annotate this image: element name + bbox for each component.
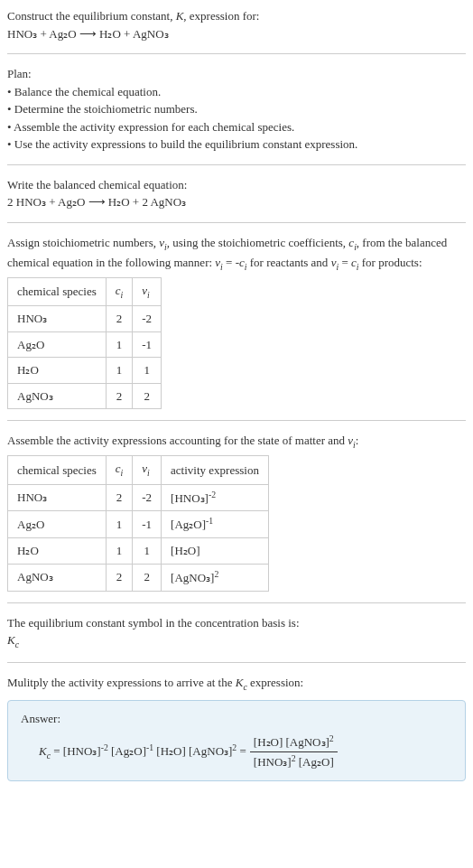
activity-table: chemical species ci νi activity expressi…	[7, 455, 269, 591]
table-row: AgNO₃ 2 2	[8, 383, 162, 409]
cell-ci: 2	[106, 484, 133, 511]
divider	[7, 662, 466, 663]
table-row: HNO₃ 2 -2	[8, 306, 162, 332]
construct-title: Construct the equilibrium constant, K, e…	[7, 7, 466, 25]
table-row: H₂O 1 1	[8, 358, 162, 384]
balanced-title: Write the balanced chemical equation:	[7, 176, 466, 194]
cell-vi: 1	[133, 358, 162, 384]
plan-bullet: • Balance the chemical equation.	[7, 83, 466, 101]
cell-vi: -1	[133, 331, 162, 358]
expr-base: [AgNO₃]	[171, 571, 214, 584]
col-activity: activity expression	[162, 456, 269, 484]
cell-vi: -2	[133, 484, 162, 511]
basis-symbol: Kc	[7, 631, 466, 651]
table-header-row: chemical species ci νi	[8, 277, 162, 305]
answer-fraction: [H₂O] [AgNO₃]2 [HNO₃]2 [Ag₂O]	[250, 733, 338, 771]
cell-vi: 2	[133, 383, 162, 409]
col-species: chemical species	[8, 456, 107, 484]
cell-vi: 1	[133, 538, 162, 565]
cell-species: AgNO₃	[8, 383, 107, 409]
divider	[7, 164, 466, 165]
plan-bullet: • Assemble the activity expression for e…	[7, 118, 466, 136]
activity-section: Assemble the activity expressions accoun…	[7, 432, 466, 591]
cell-species: Ag₂O	[8, 331, 107, 358]
header-section: Construct the equilibrium constant, K, e…	[7, 7, 466, 42]
answer-box: Answer: Kc = [HNO₃]-2 [Ag₂O]-1 [H₂O] [Ag…	[7, 700, 466, 781]
plan-bullet: • Use the activity expressions to build …	[7, 135, 466, 154]
cell-species: H₂O	[8, 358, 107, 384]
fraction-denominator: [HNO₃]2 [Ag₂O]	[250, 752, 338, 771]
col-species: chemical species	[8, 277, 107, 305]
divider	[7, 420, 466, 421]
cell-expr: [HNO₃]-2	[162, 484, 269, 511]
table-row: AgNO₃ 2 2 [AgNO₃]2	[8, 564, 269, 591]
expr-base: [HNO₃]	[171, 491, 209, 505]
table-row: Ag₂O 1 -1 [Ag₂O]-1	[8, 511, 269, 538]
plan-section: Plan: • Balance the chemical equation. •…	[7, 65, 466, 154]
cell-ci: 2	[106, 306, 133, 332]
cell-ci: 2	[106, 564, 133, 591]
stoich-table: chemical species ci νi HNO₃ 2 -2 Ag₂O 1 …	[7, 277, 162, 409]
table-header-row: chemical species ci νi activity expressi…	[8, 456, 269, 484]
col-ci: ci	[106, 456, 133, 484]
stoich-intro: Assign stoichiometric numbers, νi, using…	[7, 234, 466, 274]
divider	[7, 222, 466, 223]
cell-ci: 1	[106, 538, 133, 565]
cell-expr: [Ag₂O]-1	[162, 511, 269, 538]
table-row: Ag₂O 1 -1	[8, 331, 162, 358]
stoich-section: Assign stoichiometric numbers, νi, using…	[7, 234, 466, 410]
cell-ci: 1	[106, 358, 133, 384]
cell-species: HNO₃	[8, 306, 107, 332]
divider	[7, 53, 466, 54]
expr-exp: -2	[209, 490, 216, 499]
expr-exp: 2	[214, 569, 218, 579]
cell-expr: [H₂O]	[162, 538, 269, 565]
expr-exp: -1	[206, 516, 213, 526]
cell-ci: 1	[106, 331, 133, 358]
balanced-equation: 2 HNO₃ + Ag₂O ⟶ H₂O + 2 AgNO₃	[7, 193, 466, 211]
table-row: HNO₃ 2 -2 [HNO₃]-2	[8, 484, 269, 511]
cell-species: H₂O	[8, 538, 107, 565]
basis-line: The equilibrium constant symbol in the c…	[7, 614, 466, 632]
table-row: H₂O 1 1 [H₂O]	[8, 538, 269, 565]
multiply-line: Mulitply the activity expressions to arr…	[7, 674, 466, 694]
cell-ci: 2	[106, 383, 133, 409]
col-vi: νi	[133, 277, 162, 305]
expr-base: [Ag₂O]	[171, 518, 206, 532]
fraction-numerator: [H₂O] [AgNO₃]2	[250, 733, 338, 752]
divider	[7, 602, 466, 603]
activity-intro: Assemble the activity expressions accoun…	[7, 432, 466, 452]
answer-equation: Kc = [HNO₃]-2 [Ag₂O]-1 [H₂O] [AgNO₃]2 = …	[21, 733, 452, 771]
plan-title: Plan:	[7, 65, 466, 83]
expr-base: [H₂O]	[171, 544, 199, 557]
cell-vi: -2	[133, 306, 162, 332]
cell-expr: [AgNO₃]2	[162, 564, 269, 591]
cell-vi: -1	[133, 511, 162, 538]
multiply-section: Mulitply the activity expressions to arr…	[7, 674, 466, 780]
header-equation: HNO₃ + Ag₂O ⟶ H₂O + AgNO₃	[7, 25, 466, 43]
balanced-section: Write the balanced chemical equation: 2 …	[7, 176, 466, 211]
answer-label: Answer:	[21, 710, 452, 728]
cell-species: HNO₃	[8, 484, 107, 511]
basis-section: The equilibrium constant symbol in the c…	[7, 614, 466, 652]
cell-vi: 2	[133, 564, 162, 591]
cell-ci: 1	[106, 511, 133, 538]
answer-lhs: Kc = [HNO₃]-2 [Ag₂O]-1 [H₂O] [AgNO₃]2 =	[39, 742, 246, 763]
col-vi: νi	[133, 456, 162, 484]
cell-species: Ag₂O	[8, 511, 107, 538]
plan-bullet: • Determine the stoichiometric numbers.	[7, 100, 466, 118]
col-ci: ci	[106, 277, 133, 305]
cell-species: AgNO₃	[8, 564, 107, 591]
